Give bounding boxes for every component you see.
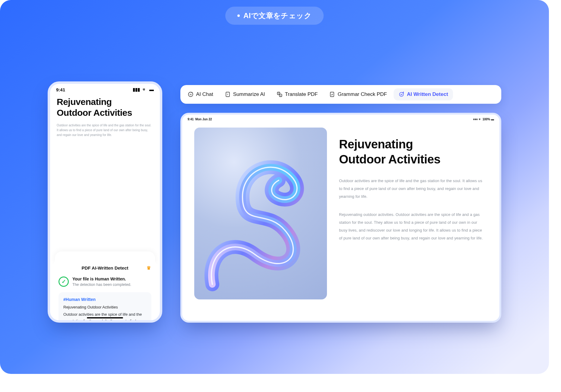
tablet-date: Mon Jun 22 (195, 118, 212, 121)
phone-title-1: Rejuvenating (57, 96, 153, 107)
tablet-p2: Rejuvenating outdoor activities. Outdoor… (339, 211, 484, 242)
detect-icon: AI (398, 91, 404, 97)
svg-text:A: A (280, 95, 281, 96)
sheet-title-row: PDF AI-Written Detect ♛ (59, 265, 151, 270)
tablet-body: Rejuvenating Outdoor Activities Outdoor … (182, 122, 499, 320)
promo-canvas: AIで文章をチェック 9:41 ▮▮▮ ᯤ ▬ Rejuvenating Out… (0, 0, 549, 374)
tablet-status-icons: ▮▮▮ ᯤ 100% ▬ (473, 118, 494, 121)
check-circle-icon: ✓ (59, 277, 69, 287)
tab-ai-chat[interactable]: AI AI Chat (183, 88, 218, 100)
translate-icon: 文A (277, 91, 283, 97)
phone-body: Rejuvenating Outdoor Activities Outdoor … (50, 93, 160, 138)
result-tag: #Human Written (63, 297, 147, 302)
tab-label: Translate PDF (285, 91, 318, 97)
svg-text:文: 文 (277, 92, 279, 94)
phone-title-2: Outdoor Activities (57, 107, 153, 118)
ai-chat-icon: AI (188, 91, 194, 97)
card-body: Outdoor activities are the spice of life… (63, 311, 147, 323)
bottom-sheet: PDF AI-Written Detect ♛ ✓ Your file is H… (53, 251, 157, 323)
battery-icon: ▬ (149, 87, 154, 92)
tablet-status-bar: 9:41 Mon Jun 22 ▮▮▮ ᯤ 100% ▬ (182, 115, 499, 122)
tab-grammar-check[interactable]: Grammar Check PDF (324, 88, 391, 100)
summarize-icon: F (225, 91, 231, 97)
tablet-time: 9:41 (188, 118, 194, 121)
home-indicator (87, 317, 123, 318)
tab-label: Summarize AI (233, 91, 265, 97)
phone-time: 9:41 (56, 87, 65, 92)
battery-percent: 100% (483, 118, 490, 121)
tabs-bar: AI AI Chat F Summarize AI 文A Translate P… (180, 85, 501, 104)
tab-label: Grammar Check PDF (338, 91, 387, 97)
abstract-art (194, 128, 327, 299)
signal-icon: ▮▮▮ (473, 118, 478, 121)
tab-ai-written-detect[interactable]: AI AI Written Detect (394, 88, 453, 100)
phone-paragraph: Outdoor activities are the spice of life… (57, 123, 153, 138)
tab-summarize-ai[interactable]: F Summarize AI (220, 88, 270, 100)
svg-text:AI: AI (189, 93, 192, 96)
sheet-result-sub: The detection has been completed. (72, 283, 131, 287)
tab-label: AI Written Detect (407, 91, 448, 97)
sheet-result-row: ✓ Your file is Human Written. The detect… (59, 277, 151, 287)
tablet-title-2: Outdoor Activities (339, 152, 484, 167)
phone-mock: 9:41 ▮▮▮ ᯤ ▬ Rejuvenating Outdoor Activi… (48, 81, 162, 323)
wifi-icon: ᯤ (142, 87, 147, 92)
wifi-icon: ᯤ (479, 118, 482, 121)
crown-icon: ♛ (147, 265, 151, 271)
ribbon-icon (194, 128, 327, 299)
svg-rect-8 (331, 92, 334, 97)
sheet-title: PDF AI-Written Detect (81, 265, 128, 270)
signal-icon: ▮▮▮ (133, 87, 140, 92)
grammar-icon (329, 91, 335, 97)
battery-icon: ▬ (491, 118, 494, 121)
tablet-doc: Rejuvenating Outdoor Activities Outdoor … (339, 128, 487, 311)
svg-text:AI: AI (401, 93, 403, 96)
phone-status-icons: ▮▮▮ ᯤ ▬ (132, 87, 154, 92)
phone-status-bar: 9:41 ▮▮▮ ᯤ ▬ (50, 84, 160, 93)
sheet-result-title: Your file is Human Written. (72, 277, 131, 281)
tab-label: AI Chat (196, 91, 213, 97)
pill-label: AIで文章をチェック (243, 11, 312, 21)
tablet-title-1: Rejuvenating (339, 137, 484, 152)
svg-text:F: F (227, 93, 228, 96)
tablet-p1: Outdoor activities are the spice of life… (339, 177, 484, 201)
dot-icon (237, 14, 240, 17)
tablet-mock: 9:41 Mon Jun 22 ▮▮▮ ᯤ 100% ▬ (180, 113, 501, 323)
detect-sheet: PDF AI-Written Detect ♛ ✓ Your file is H… (53, 259, 157, 323)
card-title: Rejuvenating Outdoor Activities (63, 305, 147, 309)
tab-translate-pdf[interactable]: 文A Translate PDF (272, 88, 323, 100)
pill-badge: AIで文章をチェック (225, 7, 324, 25)
